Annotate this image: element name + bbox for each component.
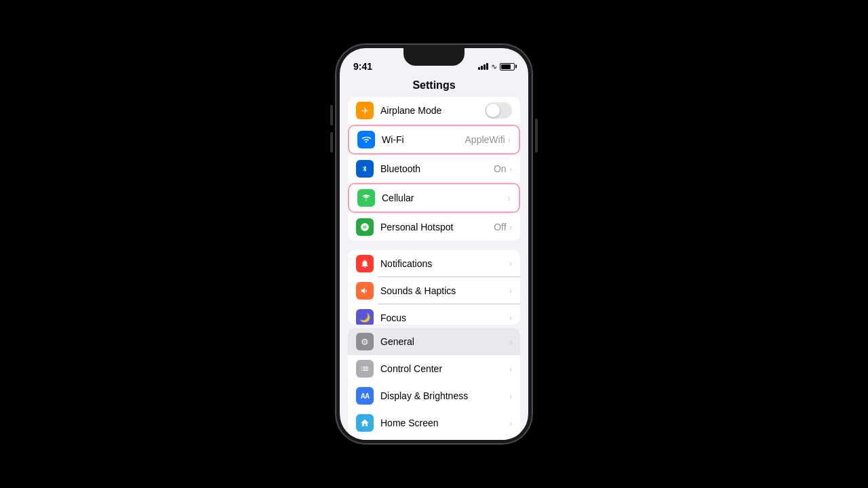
controlcenter-icon	[356, 360, 374, 378]
bluetooth-value: On	[494, 163, 507, 174]
sounds-chevron: ›	[509, 285, 512, 296]
status-bar: 9:41 ∿	[340, 48, 528, 78]
power-button[interactable]	[535, 119, 538, 152]
airplane-mode-icon: ✈	[356, 102, 374, 119]
focus-item[interactable]: 🌙 Focus ›	[348, 304, 520, 325]
general-chevron: ›	[509, 337, 512, 347]
wifi-icon	[357, 131, 375, 148]
sounds-icon	[356, 282, 374, 300]
page-title: Settings	[412, 79, 455, 91]
bluetooth-icon	[356, 160, 374, 178]
bluetooth-label: Bluetooth	[380, 163, 494, 174]
sounds-label: Sounds & Haptics	[380, 285, 509, 296]
airplane-mode-item[interactable]: ✈ Airplane Mode	[348, 97, 520, 124]
airplane-mode-toggle[interactable]	[485, 102, 512, 119]
homescreen-label: Home Screen	[380, 418, 509, 428]
settings-content: ✈ Airplane Mode	[340, 97, 528, 440]
cellular-label: Cellular	[382, 192, 508, 203]
status-icons: ∿	[478, 62, 515, 71]
cellular-highlighted-container: Cellular ›	[348, 183, 520, 213]
homescreen-chevron: ›	[509, 418, 512, 428]
displaybrightness-item[interactable]: AA Display & Brightness ›	[348, 382, 520, 409]
system-section-list: Notifications › Sounds & Haptics › 🌙 Foc…	[348, 250, 520, 325]
svg-point-0	[366, 201, 366, 201]
battery-fill	[501, 64, 511, 69]
focus-label: Focus	[380, 312, 509, 323]
notifications-icon	[356, 255, 374, 272]
airplane-mode-label: Airplane Mode	[380, 105, 485, 116]
phone-device: 9:41 ∿ Settings	[336, 44, 532, 444]
signal-icon	[478, 63, 488, 70]
wifi-value: AppleWifi	[465, 134, 505, 145]
controlcenter-item[interactable]: Control Center ›	[348, 355, 520, 382]
wifi-label: Wi-Fi	[382, 134, 465, 145]
hotspot-chevron: ›	[509, 222, 512, 232]
focus-chevron: ›	[509, 312, 512, 323]
hotspot-icon	[356, 218, 374, 236]
toggle-knob	[486, 104, 500, 117]
status-time: 9:41	[353, 61, 372, 72]
notifications-chevron: ›	[509, 258, 512, 268]
bluetooth-item[interactable]: Bluetooth On ›	[348, 155, 520, 182]
hotspot-label: Personal Hotspot	[380, 222, 494, 232]
focus-icon: 🌙	[356, 309, 374, 325]
wifi-chevron: ›	[508, 135, 511, 145]
volume-up-button[interactable]	[330, 105, 333, 125]
general-item[interactable]: ⚙ General ›	[348, 328, 520, 355]
general-icon: ⚙	[356, 333, 374, 350]
displaybrightness-icon: AA	[356, 387, 374, 405]
wifi-item[interactable]: Wi-Fi AppleWifi ›	[349, 126, 519, 153]
displaybrightness-label: Display & Brightness	[380, 390, 509, 401]
general-label: General	[380, 336, 509, 347]
accessibility-item[interactable]: Accessibility ›	[348, 436, 520, 440]
wifi-status-icon: ∿	[491, 62, 497, 71]
airplane-section-list: ✈ Airplane Mode	[348, 97, 520, 124]
general-section-list: ⚙ General › Control Center › AA Display …	[348, 328, 520, 440]
hotspot-value: Off	[494, 222, 506, 232]
homescreen-item[interactable]: Home Screen ›	[348, 409, 520, 436]
wifi-highlighted-container: Wi-Fi AppleWifi ›	[348, 125, 520, 155]
hotspot-item[interactable]: Personal Hotspot Off ›	[348, 214, 520, 241]
hotspot-container: Personal Hotspot Off ›	[348, 214, 520, 241]
controlcenter-label: Control Center	[380, 363, 509, 374]
cellular-chevron: ›	[508, 193, 511, 203]
homescreen-icon	[356, 414, 374, 432]
notifications-item[interactable]: Notifications ›	[348, 250, 520, 277]
connectivity-section: ✈ Airplane Mode	[340, 97, 528, 241]
battery-icon	[500, 63, 515, 70]
bluetooth-chevron: ›	[509, 164, 512, 174]
displaybrightness-chevron: ›	[509, 391, 512, 401]
page-header: Settings	[340, 78, 528, 97]
phone-screen: 9:41 ∿ Settings	[340, 48, 528, 440]
sounds-item[interactable]: Sounds & Haptics ›	[348, 277, 520, 304]
bluetooth-container: Bluetooth On ›	[348, 155, 520, 182]
cellular-icon	[357, 189, 375, 207]
cellular-item[interactable]: Cellular ›	[349, 184, 519, 211]
volume-down-button[interactable]	[330, 132, 333, 152]
controlcenter-chevron: ›	[509, 364, 512, 374]
notifications-label: Notifications	[380, 258, 509, 269]
